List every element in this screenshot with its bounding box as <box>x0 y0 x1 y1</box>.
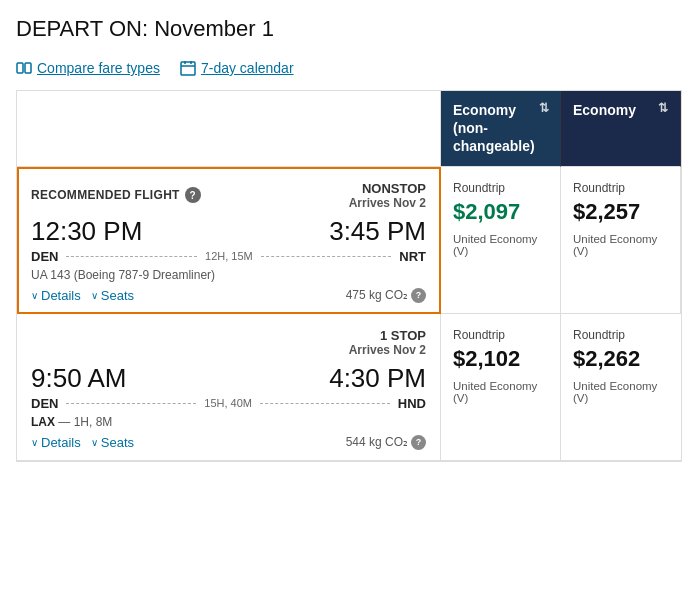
price-value-row1-col2: $2,257 <box>573 199 668 225</box>
destination-row-2: HND <box>398 396 426 411</box>
price-value-row1-col1: $2,097 <box>453 199 548 225</box>
chevron-details-row-2: ∨ <box>31 437 38 448</box>
flight-tags-row-2: 1 STOP Arrives Nov 2 <box>31 328 426 357</box>
calendar-link[interactable]: 7-day calendar <box>180 60 294 76</box>
flight-times-row-1: 12:30 PM 3:45 PM <box>31 216 426 247</box>
route-dots-row-2 <box>66 403 196 404</box>
recommended-help-icon[interactable]: ? <box>185 187 201 203</box>
price-label-row1-col1: Roundtrip <box>453 181 548 195</box>
toolbar: Compare fare types 7-day calendar <box>16 60 682 76</box>
compare-fares-link[interactable]: Compare fare types <box>16 60 160 76</box>
stop-type-row-2: 1 STOP Arrives Nov 2 <box>349 328 426 357</box>
sort-icon-col2[interactable]: ⇅ <box>658 101 668 117</box>
price-cell-row2-col2[interactable]: Roundtrip $2,262 United Economy (V) <box>561 314 681 461</box>
flight-route-row-1: DEN 12H, 15M NRT <box>31 249 426 264</box>
price-label-row2-col1: Roundtrip <box>453 328 548 342</box>
flight-route-row-2: DEN 15H, 40M HND <box>31 396 426 411</box>
action-links-row-2: ∨ Details ∨ Seats <box>31 435 134 450</box>
depart-time-row-1: 12:30 PM <box>31 216 142 247</box>
co2-row-2: 544 kg CO₂ ? <box>346 435 426 450</box>
flight-actions-row-2: ∨ Details ∨ Seats 544 kg CO₂ ? <box>31 435 426 450</box>
price-value-row2-col2: $2,262 <box>573 346 669 372</box>
depart-label: DEPART ON: <box>16 16 148 41</box>
arrive-time-row-2: 4:30 PM <box>329 363 426 394</box>
origin-row-2: DEN <box>31 396 58 411</box>
chevron-seats-row-2: ∨ <box>91 437 98 448</box>
recommended-tag: RECOMMENDED FLIGHT ? <box>31 187 201 203</box>
duration-row-1: 12H, 15M <box>205 250 253 262</box>
route-dots2-row-2 <box>260 403 390 404</box>
seats-link-row-2[interactable]: ∨ Seats <box>91 435 134 450</box>
co2-help-icon-row-2[interactable]: ? <box>411 435 426 450</box>
action-links-row-1: ∨ Details ∨ Seats <box>31 288 134 303</box>
svg-rect-1 <box>25 63 31 73</box>
destination-row-1: NRT <box>399 249 426 264</box>
price-label-row2-col2: Roundtrip <box>573 328 669 342</box>
chevron-details-row-1: ∨ <box>31 290 38 301</box>
calendar-icon <box>180 60 196 76</box>
stop-type-row-1: NONSTOP Arrives Nov 2 <box>349 181 426 210</box>
fare-class-row2-col2: United Economy (V) <box>573 380 669 404</box>
flight-grid: Economy (non-changeable) ⇅ Economy ⇅ REC… <box>16 90 682 462</box>
route-dots-row-1 <box>66 256 197 257</box>
grid-header-empty <box>17 91 441 167</box>
svg-rect-2 <box>181 62 195 75</box>
col-header-economy[interactable]: Economy ⇅ <box>561 91 681 167</box>
svg-rect-0 <box>17 63 23 73</box>
flight-times-row-2: 9:50 AM 4:30 PM <box>31 363 426 394</box>
details-link-row-2[interactable]: ∨ Details <box>31 435 81 450</box>
chevron-seats-row-1: ∨ <box>91 290 98 301</box>
price-cell-row1-col2[interactable]: Roundtrip $2,257 United Economy (V) <box>561 167 681 314</box>
price-cell-row1-col1[interactable]: Roundtrip $2,097 United Economy (V) <box>441 167 561 314</box>
duration-row-2: 15H, 40M <box>204 397 252 409</box>
page-title: DEPART ON: November 1 <box>16 16 682 42</box>
aircraft-row-1: UA 143 (Boeing 787-9 Dreamliner) <box>31 268 426 282</box>
sort-icon-col1[interactable]: ⇅ <box>539 101 549 117</box>
price-label-row1-col2: Roundtrip <box>573 181 668 195</box>
fare-class-row1-col2: United Economy (V) <box>573 233 668 257</box>
fare-class-row2-col1: United Economy (V) <box>453 380 548 404</box>
fare-class-row1-col1: United Economy (V) <box>453 233 548 257</box>
price-cell-row2-col1[interactable]: Roundtrip $2,102 United Economy (V) <box>441 314 561 461</box>
details-link-row-1[interactable]: ∨ Details <box>31 288 81 303</box>
route-dots2-row-1 <box>261 256 392 257</box>
flight-tags-row-1: RECOMMENDED FLIGHT ? NONSTOP Arrives Nov… <box>31 181 426 210</box>
co2-row-1: 475 kg CO₂ ? <box>346 288 426 303</box>
depart-date: November 1 <box>154 16 274 41</box>
depart-time-row-2: 9:50 AM <box>31 363 126 394</box>
compare-icon <box>16 60 32 76</box>
origin-row-1: DEN <box>31 249 58 264</box>
arrive-time-row-1: 3:45 PM <box>329 216 426 247</box>
flight-actions-row-1: ∨ Details ∨ Seats 475 kg CO₂ ? <box>31 288 426 303</box>
seats-link-row-1[interactable]: ∨ Seats <box>91 288 134 303</box>
flight-info-row-1: RECOMMENDED FLIGHT ? NONSTOP Arrives Nov… <box>17 167 441 314</box>
co2-help-icon-row-1[interactable]: ? <box>411 288 426 303</box>
price-value-row2-col1: $2,102 <box>453 346 548 372</box>
flight-info-row-2: 1 STOP Arrives Nov 2 9:50 AM 4:30 PM DEN… <box>17 314 441 461</box>
layover-row-2: LAX — 1H, 8M <box>31 415 426 429</box>
col-header-economy-non-changeable[interactable]: Economy (non-changeable) ⇅ <box>441 91 561 167</box>
